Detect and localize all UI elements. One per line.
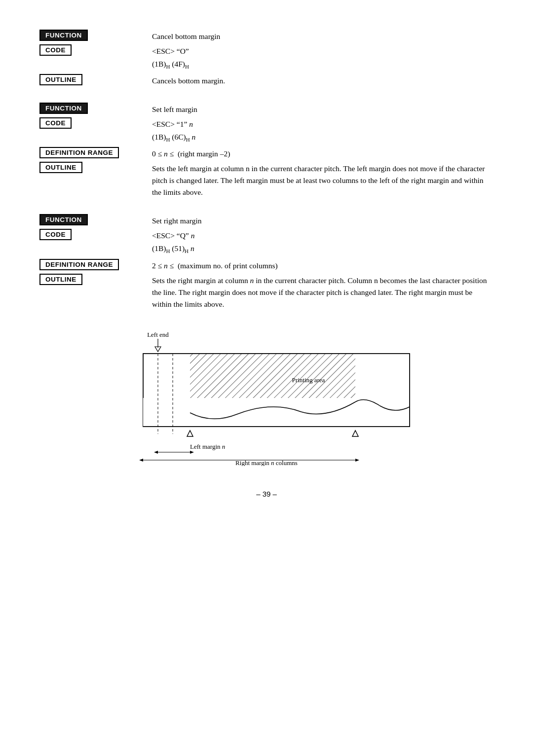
diagram-container: Left end Printing area <box>39 328 494 466</box>
outline-label-3: OUTLINE <box>39 274 143 285</box>
code-label-3: CODE <box>39 229 143 240</box>
code-content-1: <ESC> “O” (1B)H (4F)H <box>152 44 494 72</box>
printing-area-label: Printing area <box>292 376 325 384</box>
code-badge-1: CODE <box>39 44 72 56</box>
code-row-1: CODE <ESC> “O” (1B)H (4F)H <box>39 44 494 72</box>
outline-content-1: Cancels bottom margin. <box>152 74 494 87</box>
outline-row-2: OUTLINE Sets the left margin at column n… <box>39 162 494 198</box>
function-row-3: FUNCTION Set right margin <box>39 214 494 227</box>
page-number: – 39 – <box>39 490 494 498</box>
code-content-2: <ESC> “1” n (1B)H (6C)H n <box>152 117 494 145</box>
defrange-label-3: DEFINITION RANGE <box>39 259 143 270</box>
separator-1 <box>39 94 494 103</box>
svg-marker-14 <box>355 459 359 462</box>
section-set-left-margin: FUNCTION Set left margin CODE <ESC> “1” … <box>39 103 494 200</box>
code-line1-2: <ESC> “1” n <box>152 118 494 130</box>
code-content-3: <ESC> “Q” n (1B)H (51)H n <box>152 229 494 256</box>
outline-badge-2: OUTLINE <box>39 162 82 173</box>
diagram-wrap: Left end Printing area <box>114 328 419 466</box>
function-content-2: Set left margin <box>152 103 494 115</box>
function-badge-1: FUNCTION <box>39 30 88 41</box>
function-badge-3: FUNCTION <box>39 214 88 225</box>
code-label-2: CODE <box>39 117 143 129</box>
function-row-2: FUNCTION Set left margin <box>39 103 494 115</box>
svg-marker-11 <box>190 451 194 454</box>
svg-marker-10 <box>154 451 158 454</box>
defrange-row-3: DEFINITION RANGE 2 ≤ n ≤ (maximum no. of… <box>39 259 494 272</box>
defrange-content-2: 0 ≤ n ≤ (right margin –2) <box>152 147 494 160</box>
svg-rect-4 <box>190 354 355 398</box>
outline-content-2: Sets the left margin at column n in the … <box>152 162 494 198</box>
margin-diagram: Left end Printing area <box>114 328 419 466</box>
code-line2-2: (1B)H (6C)H n <box>152 131 494 144</box>
svg-marker-13 <box>139 459 143 462</box>
outline-content-3: Sets the right margin at column n in the… <box>152 274 494 310</box>
outline-badge-3: OUTLINE <box>39 274 82 285</box>
function-badge-2: FUNCTION <box>39 103 88 114</box>
svg-marker-7 <box>187 431 193 436</box>
code-line1-1: <ESC> “O” <box>152 45 494 57</box>
separator-2 <box>39 205 494 214</box>
left-end-label: Left end <box>147 331 169 338</box>
svg-marker-8 <box>352 431 358 436</box>
defrange-content-3: 2 ≤ n ≤ (maximum no. of print columns) <box>152 259 494 272</box>
code-line2-3: (1B)H (51)H n <box>152 243 494 255</box>
defrange-badge-2: DEFINITION RANGE <box>39 147 119 158</box>
code-badge-3: CODE <box>39 229 72 240</box>
function-label-2: FUNCTION <box>39 103 143 114</box>
code-line2-1: (1B)H (4F)H <box>152 58 494 71</box>
outline-row-1: OUTLINE Cancels bottom margin. <box>39 74 494 87</box>
function-label-3: FUNCTION <box>39 214 143 225</box>
defrange-badge-3: DEFINITION RANGE <box>39 259 119 270</box>
left-margin-label: Left margin n <box>190 443 225 450</box>
section-set-right-margin: FUNCTION Set right margin CODE <ESC> “Q”… <box>39 214 494 312</box>
function-content-3: Set right margin <box>152 214 494 227</box>
defrange-label-2: DEFINITION RANGE <box>39 147 143 158</box>
function-label-1: FUNCTION <box>39 30 143 41</box>
code-row-3: CODE <ESC> “Q” n (1B)H (51)H n <box>39 229 494 256</box>
section-cancel-bottom-margin: FUNCTION Cancel bottom margin CODE <ESC>… <box>39 30 494 89</box>
function-content-1: Cancel bottom margin <box>152 30 494 42</box>
defrange-row-2: DEFINITION RANGE 0 ≤ n ≤ (right margin –… <box>39 147 494 160</box>
code-line1-3: <ESC> “Q” n <box>152 230 494 242</box>
code-row-2: CODE <ESC> “1” n (1B)H (6C)H n <box>39 117 494 145</box>
code-label-1: CODE <box>39 44 143 56</box>
code-badge-2: CODE <box>39 117 72 129</box>
outline-row-3: OUTLINE Sets the right margin at column … <box>39 274 494 310</box>
outline-label-2: OUTLINE <box>39 162 143 173</box>
function-row-1: FUNCTION Cancel bottom margin <box>39 30 494 42</box>
outline-label-1: OUTLINE <box>39 74 143 85</box>
outline-badge-1: OUTLINE <box>39 74 82 85</box>
